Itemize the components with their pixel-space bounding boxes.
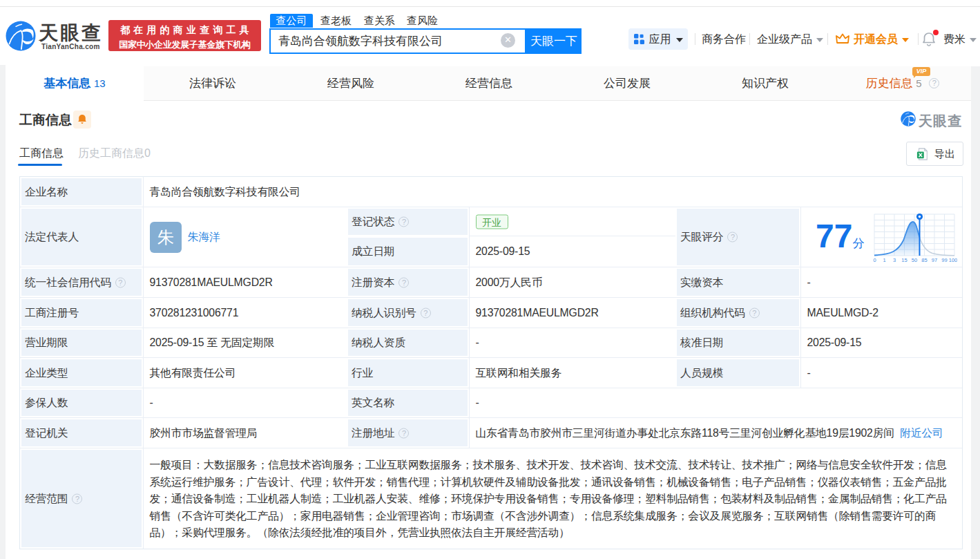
- svg-text:100: 100: [949, 257, 957, 263]
- svg-text:99: 99: [941, 257, 947, 263]
- svg-text:97: 97: [932, 257, 937, 263]
- svg-text:15: 15: [901, 257, 907, 263]
- svg-text:50: 50: [912, 257, 917, 263]
- svg-text:85: 85: [921, 257, 927, 263]
- svg-text:0: 0: [873, 257, 876, 263]
- svg-text:1: 1: [883, 257, 885, 263]
- svg-text:3: 3: [893, 257, 896, 263]
